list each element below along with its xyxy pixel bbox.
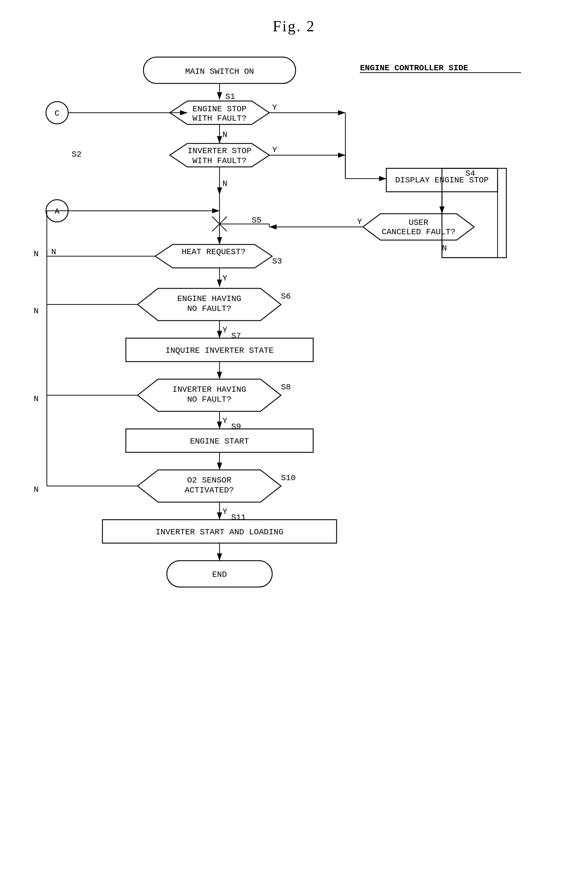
user-canceled-label1: USER: [409, 218, 428, 227]
s8-label: S8: [281, 383, 291, 392]
inverter-start-label: INVERTER START AND LOADING: [156, 527, 284, 537]
s10-label: S10: [281, 473, 296, 482]
n-label-engine-stop: N: [222, 130, 227, 139]
n-label-engine-no-fault: N: [34, 307, 39, 316]
y-label-inverter-no-fault: Y: [222, 416, 227, 425]
n-label-inverter-stop: N: [222, 179, 227, 188]
inverter-no-fault-label2: NO FAULT?: [187, 395, 231, 404]
main-switch-label: MAIN SWITCH ON: [185, 67, 254, 76]
a-connector: A: [55, 207, 60, 216]
engine-no-fault-label1: ENGINE HAVING: [177, 294, 241, 304]
o2-sensor-label1: O2 SENSOR: [187, 476, 231, 485]
engine-stop-fault-label2: WITH FAULT?: [193, 114, 247, 123]
engine-no-fault-label2: NO FAULT?: [187, 304, 231, 313]
n-label-o2: N: [34, 485, 39, 494]
inverter-stop-fault-label2: WITH FAULT?: [193, 156, 247, 165]
s7-label: S7: [231, 331, 241, 341]
inverter-stop-fault-label1: INVERTER STOP: [188, 146, 251, 155]
s11-label: S11: [231, 513, 246, 522]
n-label-heat2: N: [51, 247, 56, 257]
s2-label: S2: [72, 150, 82, 159]
o2-sensor-label2: ACTIVATED?: [184, 486, 234, 495]
end-label: END: [212, 570, 227, 579]
user-canceled-label2: CANCELED FAULT?: [382, 227, 455, 237]
inverter-no-fault-label1: INVERTER HAVING: [172, 385, 246, 394]
s6-label: S6: [281, 292, 291, 301]
s5-label: S5: [252, 216, 262, 225]
y-label-engine-stop: Y: [272, 103, 277, 112]
c-connector: C: [55, 109, 60, 118]
y-label-engine-no-fault: Y: [222, 326, 227, 335]
y-label-user-canceled: Y: [357, 217, 362, 226]
s1-label: S1: [225, 92, 236, 101]
s3-label: S3: [272, 257, 282, 266]
n-label-inverter-no-fault: N: [34, 394, 39, 403]
engine-stop-fault-label1: ENGINE STOP: [193, 105, 247, 114]
heat-request-label1: HEAT REQUEST?: [182, 247, 246, 257]
inquire-inverter-label: INQUIRE INVERTER STATE: [165, 346, 274, 355]
s9-label: S9: [231, 422, 241, 431]
n-label-heat: N: [34, 249, 39, 258]
y-label-heat: Y: [222, 274, 227, 283]
y-label-o2: Y: [222, 507, 227, 516]
n-label-user-canceled: N: [442, 243, 447, 252]
engine-start-label: ENGINE START: [190, 437, 249, 446]
engine-controller-label: ENGINE CONTROLLER SIDE: [360, 63, 468, 73]
y-label-inverter-stop: Y: [272, 146, 277, 155]
